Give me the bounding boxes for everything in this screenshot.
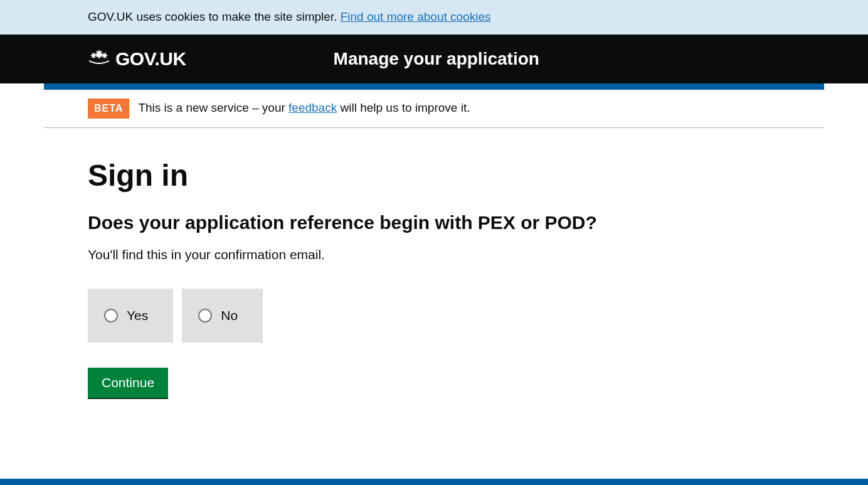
- continue-button[interactable]: Continue: [88, 368, 168, 398]
- beta-tag: BETA: [88, 99, 129, 119]
- header: GOV.UK Manage your application: [0, 35, 868, 83]
- question-heading: Does your application reference begin wi…: [88, 211, 780, 234]
- radio-yes-label: Yes: [127, 306, 148, 324]
- blue-bar: [44, 83, 824, 90]
- crown-icon: [88, 48, 110, 70]
- radio-button-icon: [198, 309, 212, 322]
- hint-text: You'll find this in your confirmation em…: [88, 245, 780, 264]
- main-content: Sign in Does your application reference …: [44, 128, 824, 448]
- radio-button-icon: [104, 309, 118, 322]
- govuk-logo-text: GOV.UK: [115, 46, 186, 72]
- phase-text: This is a new service – your feedback wi…: [138, 100, 470, 117]
- phase-banner: BETA This is a new service – your feedba…: [44, 90, 824, 128]
- cookie-banner: GOV.UK uses cookies to make the site sim…: [0, 0, 868, 35]
- radio-no-label: No: [221, 306, 238, 324]
- cookie-link[interactable]: Find out more about cookies: [341, 10, 491, 23]
- radio-group: Yes No: [88, 289, 780, 342]
- radio-yes[interactable]: Yes: [88, 289, 173, 342]
- govuk-logo[interactable]: GOV.UK: [88, 46, 186, 72]
- service-name: Manage your application: [334, 46, 539, 71]
- feedback-link[interactable]: feedback: [288, 101, 337, 114]
- page-heading: Sign in: [88, 159, 780, 193]
- cookie-text: GOV.UK uses cookies to make the site sim…: [88, 9, 780, 26]
- radio-no[interactable]: No: [182, 289, 263, 342]
